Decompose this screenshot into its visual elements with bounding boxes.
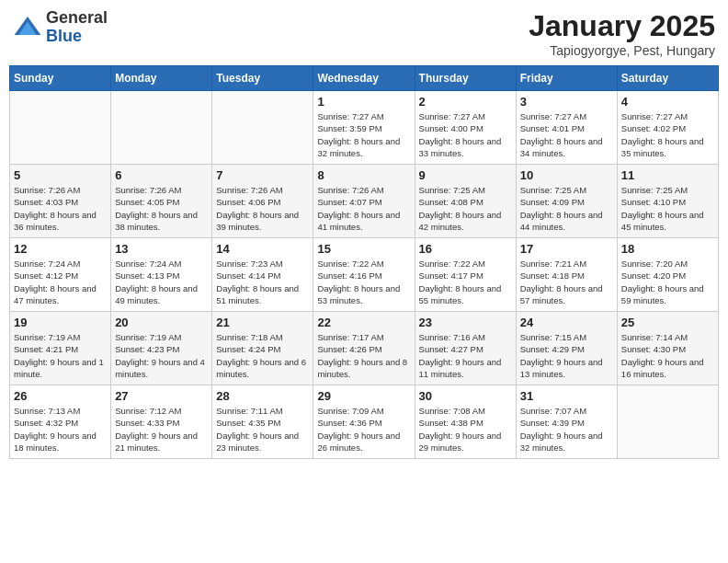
day-number: 24 [520, 316, 613, 329]
day-info: Sunrise: 7:25 AM Sunset: 4:09 PM Dayligh… [520, 184, 613, 233]
day-cell: 18Sunrise: 7:20 AM Sunset: 4:20 PM Dayli… [617, 238, 718, 312]
week-row-1: 1Sunrise: 7:27 AM Sunset: 3:59 PM Daylig… [10, 91, 719, 165]
header-cell-tuesday: Tuesday [212, 66, 313, 91]
title-block: January 2025 Tapiogyorgye, Pest, Hungary [529, 9, 715, 58]
day-info: Sunrise: 7:26 AM Sunset: 4:07 PM Dayligh… [317, 184, 410, 233]
day-cell: 20Sunrise: 7:19 AM Sunset: 4:23 PM Dayli… [111, 312, 212, 385]
day-info: Sunrise: 7:25 AM Sunset: 4:08 PM Dayligh… [419, 184, 512, 233]
day-info: Sunrise: 7:22 AM Sunset: 4:17 PM Dayligh… [419, 258, 512, 306]
day-info: Sunrise: 7:27 AM Sunset: 4:00 PM Dayligh… [419, 110, 512, 159]
day-number: 12 [14, 242, 107, 256]
day-number: 23 [419, 316, 512, 329]
day-cell: 4Sunrise: 7:27 AM Sunset: 4:02 PM Daylig… [617, 91, 718, 165]
calendar-subtitle: Tapiogyorgye, Pest, Hungary [529, 43, 715, 58]
day-cell [617, 385, 718, 459]
day-cell: 6Sunrise: 7:26 AM Sunset: 4:05 PM Daylig… [111, 165, 212, 238]
day-info: Sunrise: 7:26 AM Sunset: 4:05 PM Dayligh… [115, 184, 208, 233]
day-info: Sunrise: 7:22 AM Sunset: 4:16 PM Dayligh… [317, 258, 410, 306]
day-number: 7 [216, 168, 309, 182]
logo-text: General Blue [46, 9, 108, 46]
day-info: Sunrise: 7:12 AM Sunset: 4:33 PM Dayligh… [115, 405, 208, 454]
day-number: 17 [520, 242, 613, 256]
day-info: Sunrise: 7:24 AM Sunset: 4:13 PM Dayligh… [115, 258, 208, 306]
day-info: Sunrise: 7:17 AM Sunset: 4:26 PM Dayligh… [317, 331, 410, 380]
header-cell-wednesday: Wednesday [313, 66, 415, 91]
day-info: Sunrise: 7:26 AM Sunset: 4:03 PM Dayligh… [14, 184, 107, 233]
day-info: Sunrise: 7:26 AM Sunset: 4:06 PM Dayligh… [216, 184, 309, 233]
day-cell: 25Sunrise: 7:14 AM Sunset: 4:30 PM Dayli… [617, 312, 718, 385]
day-cell: 28Sunrise: 7:11 AM Sunset: 4:35 PM Dayli… [212, 385, 313, 459]
day-cell: 26Sunrise: 7:13 AM Sunset: 4:32 PM Dayli… [10, 385, 111, 459]
day-cell: 7Sunrise: 7:26 AM Sunset: 4:06 PM Daylig… [212, 165, 313, 238]
day-cell: 13Sunrise: 7:24 AM Sunset: 4:13 PM Dayli… [111, 238, 212, 312]
calendar-title: January 2025 [529, 9, 715, 43]
week-row-2: 5Sunrise: 7:26 AM Sunset: 4:03 PM Daylig… [10, 165, 719, 238]
day-number: 15 [317, 242, 410, 256]
logo-icon [13, 13, 42, 42]
day-cell [111, 91, 212, 165]
day-info: Sunrise: 7:25 AM Sunset: 4:10 PM Dayligh… [621, 184, 714, 233]
day-cell: 23Sunrise: 7:16 AM Sunset: 4:27 PM Dayli… [415, 312, 516, 385]
day-cell: 8Sunrise: 7:26 AM Sunset: 4:07 PM Daylig… [313, 165, 415, 238]
day-number: 13 [115, 242, 208, 256]
day-cell: 5Sunrise: 7:26 AM Sunset: 4:03 PM Daylig… [10, 165, 111, 238]
day-number: 11 [621, 168, 714, 182]
day-cell: 9Sunrise: 7:25 AM Sunset: 4:08 PM Daylig… [415, 165, 516, 238]
day-info: Sunrise: 7:23 AM Sunset: 4:14 PM Dayligh… [216, 258, 309, 306]
day-cell [10, 91, 111, 165]
day-cell: 2Sunrise: 7:27 AM Sunset: 4:00 PM Daylig… [415, 91, 516, 165]
day-cell: 27Sunrise: 7:12 AM Sunset: 4:33 PM Dayli… [111, 385, 212, 459]
day-info: Sunrise: 7:16 AM Sunset: 4:27 PM Dayligh… [419, 331, 512, 380]
day-cell: 30Sunrise: 7:08 AM Sunset: 4:38 PM Dayli… [415, 385, 516, 459]
day-number: 10 [520, 168, 613, 182]
day-number: 31 [520, 389, 613, 403]
header-cell-friday: Friday [516, 66, 617, 91]
day-number: 4 [621, 95, 714, 109]
day-number: 19 [14, 316, 107, 329]
day-info: Sunrise: 7:24 AM Sunset: 4:12 PM Dayligh… [14, 258, 107, 306]
day-number: 5 [14, 168, 107, 182]
day-cell: 3Sunrise: 7:27 AM Sunset: 4:01 PM Daylig… [516, 91, 617, 165]
day-number: 30 [419, 389, 512, 403]
day-number: 6 [115, 168, 208, 182]
day-number: 3 [520, 95, 613, 109]
day-info: Sunrise: 7:18 AM Sunset: 4:24 PM Dayligh… [216, 331, 309, 380]
day-info: Sunrise: 7:11 AM Sunset: 4:35 PM Dayligh… [216, 405, 309, 454]
day-info: Sunrise: 7:20 AM Sunset: 4:20 PM Dayligh… [621, 258, 714, 306]
day-number: 27 [115, 389, 208, 403]
header-cell-thursday: Thursday [415, 66, 516, 91]
calendar-header: SundayMondayTuesdayWednesdayThursdayFrid… [10, 66, 719, 91]
logo-general: General [46, 9, 108, 28]
day-info: Sunrise: 7:19 AM Sunset: 4:23 PM Dayligh… [115, 331, 208, 380]
day-number: 1 [317, 95, 410, 109]
day-info: Sunrise: 7:08 AM Sunset: 4:38 PM Dayligh… [419, 405, 512, 454]
day-cell: 1Sunrise: 7:27 AM Sunset: 3:59 PM Daylig… [313, 91, 415, 165]
day-cell: 21Sunrise: 7:18 AM Sunset: 4:24 PM Dayli… [212, 312, 313, 385]
week-row-3: 12Sunrise: 7:24 AM Sunset: 4:12 PM Dayli… [10, 238, 719, 312]
calendar-body: 1Sunrise: 7:27 AM Sunset: 3:59 PM Daylig… [10, 91, 719, 459]
day-cell: 12Sunrise: 7:24 AM Sunset: 4:12 PM Dayli… [10, 238, 111, 312]
day-number: 16 [419, 242, 512, 256]
calendar-table: SundayMondayTuesdayWednesdayThursdayFrid… [9, 65, 719, 459]
day-number: 8 [317, 168, 410, 182]
day-cell: 14Sunrise: 7:23 AM Sunset: 4:14 PM Dayli… [212, 238, 313, 312]
day-cell: 22Sunrise: 7:17 AM Sunset: 4:26 PM Dayli… [313, 312, 415, 385]
day-info: Sunrise: 7:07 AM Sunset: 4:39 PM Dayligh… [520, 405, 613, 454]
day-cell: 16Sunrise: 7:22 AM Sunset: 4:17 PM Dayli… [415, 238, 516, 312]
day-cell: 11Sunrise: 7:25 AM Sunset: 4:10 PM Dayli… [617, 165, 718, 238]
day-number: 21 [216, 316, 309, 329]
day-info: Sunrise: 7:27 AM Sunset: 3:59 PM Dayligh… [317, 110, 410, 159]
page-header: General Blue January 2025 Tapiogyorgye, … [9, 9, 719, 58]
day-info: Sunrise: 7:14 AM Sunset: 4:30 PM Dayligh… [621, 331, 714, 380]
day-info: Sunrise: 7:21 AM Sunset: 4:18 PM Dayligh… [520, 258, 613, 306]
day-number: 22 [317, 316, 410, 329]
day-number: 29 [317, 389, 410, 403]
day-cell: 15Sunrise: 7:22 AM Sunset: 4:16 PM Dayli… [313, 238, 415, 312]
day-info: Sunrise: 7:13 AM Sunset: 4:32 PM Dayligh… [14, 405, 107, 454]
day-info: Sunrise: 7:15 AM Sunset: 4:29 PM Dayligh… [520, 331, 613, 380]
logo: General Blue [13, 9, 108, 46]
header-cell-saturday: Saturday [617, 66, 718, 91]
logo-blue: Blue [46, 28, 108, 46]
day-number: 26 [14, 389, 107, 403]
header-row: SundayMondayTuesdayWednesdayThursdayFrid… [10, 66, 719, 91]
